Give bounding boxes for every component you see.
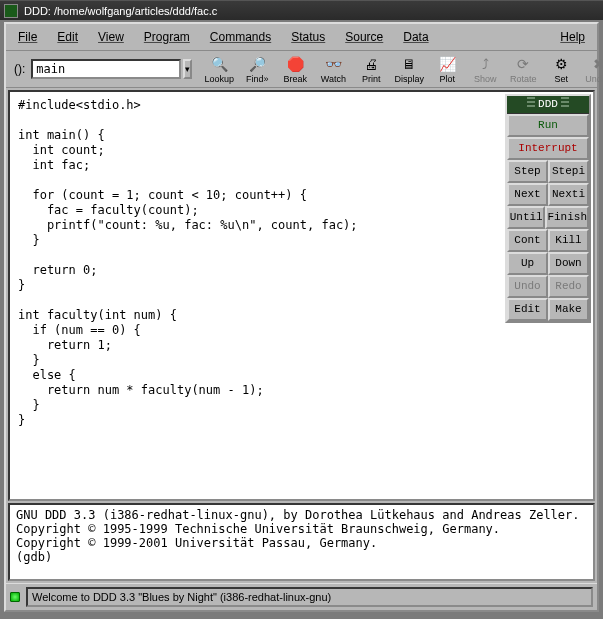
print-label: Print	[362, 74, 381, 84]
break-icon: 🛑	[285, 54, 305, 74]
edit-button[interactable]: Edit	[507, 298, 548, 321]
gdb-console[interactable]: GNU DDD 3.3 (i386-redhat-linux-gnu), by …	[8, 503, 595, 581]
watch-button[interactable]: 👓Watch	[314, 53, 352, 85]
show-icon: ⤴	[475, 54, 495, 74]
window-title: DDD: /home/wolfgang/articles/ddd/fac.c	[24, 5, 217, 17]
menu-program[interactable]: Program	[134, 27, 200, 47]
menu-file[interactable]: File	[8, 27, 47, 47]
step-button[interactable]: Step	[507, 160, 548, 183]
kill-button[interactable]: Kill	[548, 229, 589, 252]
set-label: Set	[555, 74, 569, 84]
print-button[interactable]: 🖨Print	[352, 53, 390, 85]
display-button[interactable]: 🖥Display	[390, 53, 428, 85]
show-label: Show	[474, 74, 497, 84]
plot-label: Plot	[440, 74, 456, 84]
menu-status[interactable]: Status	[281, 27, 335, 47]
down-button[interactable]: Down	[548, 252, 589, 275]
source-view[interactable]: #include<stdio.h> int main() { int count…	[8, 90, 595, 501]
menubar: File Edit View Program Commands Status S…	[6, 24, 597, 51]
status-message: Welcome to DDD 3.3 "Blues by Night" (i38…	[26, 587, 593, 607]
toolbar: (): 🔍Lookup🔎Find»🛑Break👓Watch🖨Print🖥Disp…	[6, 51, 597, 88]
stepi-button[interactable]: Stepi	[548, 160, 589, 183]
arg-dropdown[interactable]	[183, 59, 192, 79]
break-label: Break	[284, 74, 308, 84]
rotate-icon: ⟳	[513, 54, 533, 74]
redo-button: Redo	[548, 275, 589, 298]
menu-edit[interactable]: Edit	[47, 27, 88, 47]
display-label: Display	[395, 74, 425, 84]
grip-icon	[561, 97, 569, 107]
until-button[interactable]: Until	[507, 206, 545, 229]
rotate-label: Rotate	[510, 74, 537, 84]
menu-source[interactable]: Source	[335, 27, 393, 47]
show-button: ⤴Show	[466, 53, 504, 85]
arg-input[interactable]	[31, 59, 181, 79]
nexti-button[interactable]: Nexti	[548, 183, 589, 206]
find-fwd-button[interactable]: 🔎Find»	[238, 53, 276, 85]
interrupt-button[interactable]: Interrupt	[507, 137, 589, 160]
watch-icon: 👓	[323, 54, 343, 74]
menu-data[interactable]: Data	[393, 27, 438, 47]
arg-label: ():	[10, 62, 29, 76]
console-text: GNU DDD 3.3 (i386-redhat-linux-gnu), by …	[16, 508, 587, 564]
menu-commands[interactable]: Commands	[200, 27, 281, 47]
find-fwd-label: Find»	[246, 74, 269, 84]
break-button[interactable]: 🛑Break	[276, 53, 314, 85]
source-code: #include<stdio.h> int main() { int count…	[18, 98, 585, 428]
print-icon: 🖨	[361, 54, 381, 74]
rotate-button: ⟳Rotate	[504, 53, 542, 85]
set-icon: ⚙	[551, 54, 571, 74]
main-window: File Edit View Program Commands Status S…	[4, 22, 599, 612]
statusbar: Welcome to DDD 3.3 "Blues by Night" (i38…	[6, 583, 597, 610]
lookup-icon: 🔍	[209, 54, 229, 74]
grip-icon	[527, 97, 535, 107]
titlebar: DDD: /home/wolfgang/articles/ddd/fac.c	[0, 0, 603, 20]
app-icon	[4, 4, 18, 18]
lookup-button[interactable]: 🔍Lookup	[200, 53, 238, 85]
lookup-label: Lookup	[205, 74, 235, 84]
find-fwd-icon: 🔎	[247, 54, 267, 74]
make-button[interactable]: Make	[548, 298, 589, 321]
undo-button: Undo	[507, 275, 548, 298]
menu-help[interactable]: Help	[550, 27, 595, 47]
undisp-label: Undisp	[585, 74, 603, 84]
watch-label: Watch	[321, 74, 346, 84]
undisp-icon: ✖	[589, 54, 603, 74]
display-icon: 🖥	[399, 54, 419, 74]
status-led-icon	[10, 592, 20, 602]
plot-icon: 📈	[437, 54, 457, 74]
up-button[interactable]: Up	[507, 252, 548, 275]
set-button[interactable]: ⚙Set	[542, 53, 580, 85]
undisp-button: ✖Undisp	[580, 53, 603, 85]
command-tool-title[interactable]: DDD	[507, 96, 589, 114]
finish-button[interactable]: Finish	[545, 206, 589, 229]
plot-button[interactable]: 📈Plot	[428, 53, 466, 85]
menu-view[interactable]: View	[88, 27, 134, 47]
command-tool[interactable]: DDD Run Interrupt StepStepiNextNextiUnti…	[505, 94, 591, 323]
run-button[interactable]: Run	[507, 114, 589, 137]
cont-button[interactable]: Cont	[507, 229, 548, 252]
next-button[interactable]: Next	[507, 183, 548, 206]
